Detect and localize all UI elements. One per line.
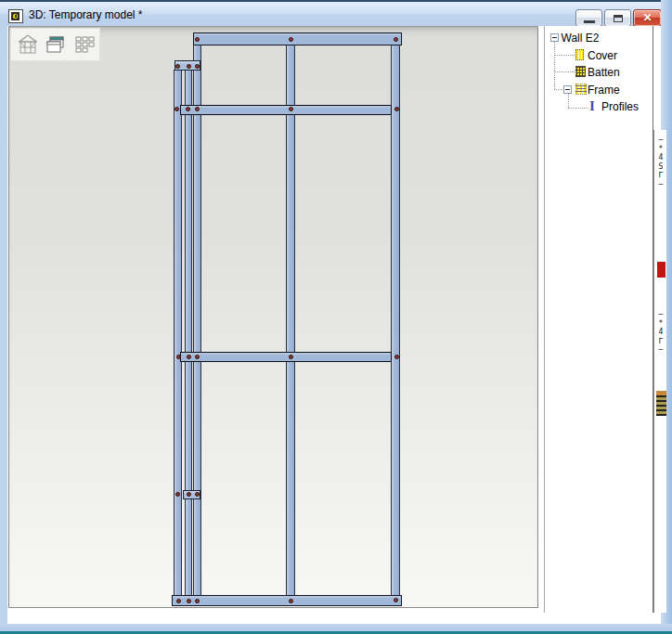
- tree-connector-line: [554, 42, 555, 89]
- cover-icon: [575, 49, 584, 60]
- screw-marker[interactable]: [187, 492, 191, 497]
- screw-marker[interactable]: [176, 599, 181, 603]
- title-bar[interactable]: 3D: Temporary model * ✕: [0, 0, 672, 26]
- screw-marker[interactable]: [394, 107, 399, 111]
- clipped-vertical-label: —*4SΓ—: [655, 136, 666, 188]
- screw-marker[interactable]: [195, 355, 200, 359]
- tree-item-frame[interactable]: Frame: [588, 84, 620, 97]
- model-tree-panel[interactable]: Wall E2CoverBattenFrameIProfiles: [544, 26, 653, 613]
- screw-marker[interactable]: [195, 64, 200, 69]
- screw-marker[interactable]: [289, 107, 293, 111]
- app-window: 3D: Temporary model * ✕: [0, 0, 672, 634]
- minimize-icon: [584, 20, 595, 23]
- bottom-plate[interactable]: [172, 595, 402, 606]
- profiles-icon: I: [589, 100, 595, 111]
- screw-marker[interactable]: [187, 355, 191, 359]
- minus-icon: [552, 37, 557, 38]
- rail-upper[interactable]: [180, 105, 392, 115]
- screw-marker[interactable]: [195, 37, 200, 42]
- clipped-vertical-label: —*4Γ—: [655, 310, 666, 355]
- window-title: 3D: Temporary model *: [29, 8, 143, 21]
- app-icon: [8, 9, 23, 23]
- tree-connector-line: [568, 94, 569, 108]
- rail-middle[interactable]: [180, 352, 392, 362]
- stud-left-main[interactable]: [193, 45, 201, 595]
- screw-marker[interactable]: [195, 599, 200, 603]
- screw-marker[interactable]: [175, 64, 180, 69]
- screw-marker[interactable]: [394, 37, 398, 42]
- close-icon: ✕: [634, 11, 661, 24]
- screw-marker[interactable]: [186, 107, 190, 111]
- tree-expander-wall-e2[interactable]: [550, 33, 559, 42]
- stud-middle[interactable]: [286, 45, 295, 595]
- close-button[interactable]: ✕: [633, 9, 662, 27]
- tree-expander-frame[interactable]: [563, 85, 572, 94]
- batten-icon: [575, 66, 586, 77]
- screw-marker[interactable]: [174, 107, 179, 111]
- minus-icon: [565, 89, 570, 90]
- tree-item-cover[interactable]: Cover: [588, 49, 617, 62]
- stud-left-inner[interactable]: [185, 70, 192, 595]
- top-plate[interactable]: [193, 32, 402, 45]
- screw-marker[interactable]: [187, 64, 191, 69]
- tree-connector-line: [568, 108, 588, 109]
- tree-item-wall-e2[interactable]: Wall E2: [562, 32, 600, 45]
- screw-marker[interactable]: [289, 37, 293, 42]
- tree-item-profiles[interactable]: Profiles: [601, 100, 639, 113]
- viewport-3d[interactable]: [8, 26, 538, 608]
- minimize-button[interactable]: [575, 9, 602, 27]
- stud-right[interactable]: [391, 45, 400, 595]
- restore-icon: [614, 15, 623, 22]
- screw-marker[interactable]: [394, 598, 398, 602]
- stud-left-outer[interactable]: [174, 70, 183, 595]
- tan-material-icon: [656, 391, 666, 416]
- tree-connector-line: [554, 71, 575, 72]
- clipped-side-toolbar: —*4SΓ——*4Γ—: [653, 130, 666, 613]
- screw-marker[interactable]: [187, 599, 191, 603]
- screw-marker[interactable]: [289, 355, 293, 359]
- screw-marker[interactable]: [394, 355, 399, 359]
- restore-button[interactable]: [604, 9, 631, 27]
- screw-marker[interactable]: [195, 492, 200, 497]
- screw-marker[interactable]: [195, 107, 200, 111]
- screw-marker[interactable]: [289, 599, 293, 603]
- tree-connector-line: [554, 55, 575, 56]
- red-material-icon: [657, 262, 666, 278]
- tree-connector-line: [554, 89, 562, 90]
- frame-icon: [575, 84, 587, 95]
- screw-marker[interactable]: [175, 492, 180, 497]
- tree-item-batten[interactable]: Batten: [588, 66, 620, 79]
- wall-frame-model[interactable]: [9, 27, 537, 607]
- screw-marker[interactable]: [176, 355, 181, 359]
